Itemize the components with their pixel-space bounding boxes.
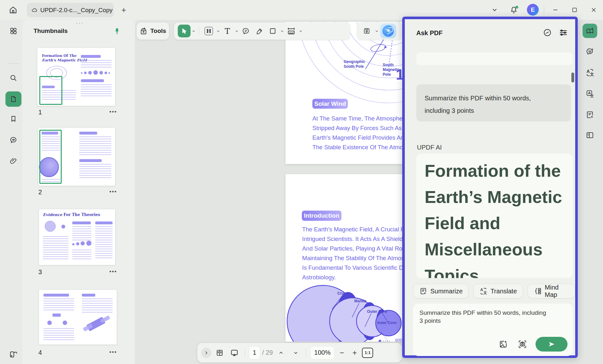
insert-image-button[interactable] [498,339,509,350]
bookmarks-button[interactable] [5,111,21,127]
mind-map-button[interactable]: Mind Map [528,284,575,298]
ai-heading-line: Topics [425,262,564,278]
thumb3-art [45,221,56,232]
toolbar-divider [199,27,199,35]
ai-heading-line: Formation of the [425,158,564,184]
close-button[interactable] [588,4,599,15]
introduction-paragraph: The Earth's Magnetic Field, A Crucial Fe… [302,225,403,282]
ai-swirl-icon [382,25,394,37]
thumbnails-title: Thumbnails [34,27,68,35]
actual-size-button[interactable]: 1:1 [362,348,373,358]
pdf-page-bottom[interactable]: Introduction The Earth's Magnetic Field,… [286,174,403,342]
ai-settings-button[interactable] [558,27,569,38]
ai-heading-line: Miscellaneous [425,236,564,262]
text-tool-dropdown[interactable] [234,25,239,37]
svg-text:A: A [587,68,590,74]
thumb3-dot [76,242,79,245]
updf-ai-button[interactable] [380,24,396,38]
thumbnail-page-3[interactable]: Evidence For The Theories [39,209,115,265]
pin-panel-button[interactable] [111,26,123,37]
current-page-input[interactable]: 1 [249,346,260,360]
thumbnail-page-4[interactable] [39,290,117,345]
page-2-menu[interactable]: ••• [109,189,117,195]
save-dropdown[interactable] [374,25,379,37]
send-button[interactable] [536,337,568,352]
summarize-button[interactable]: Summarize [413,284,469,298]
translate-document-button[interactable]: A文 [583,86,597,101]
side-panel-button[interactable] [583,128,597,142]
cursor-icon [181,27,188,35]
highlighter-icon [255,27,263,35]
chat-input[interactable]: Summarize this PDF within 50 words, incl… [413,304,573,356]
select-tool-dropdown[interactable] [191,25,196,37]
zoom-out-button[interactable]: − [336,348,347,357]
history-button[interactable] [542,27,553,38]
user-message-line1: Summarize this PDF within 50 words, [425,92,563,105]
tools-button[interactable]: Tools [137,22,169,40]
screenshot-button[interactable] [517,339,528,350]
comments-button[interactable] [5,132,21,148]
previous-page-button[interactable] [275,346,287,359]
home-icon [9,5,18,14]
search-button[interactable] [5,70,21,86]
expand-bar-button[interactable] [201,348,211,358]
presentation-mode-button[interactable] [228,346,241,359]
pdf-page-top[interactable]: GeographicSouth Pole SouthMagneticPole 1… [286,22,403,164]
page-3-menu[interactable]: ••• [109,268,117,275]
viewport-indicator[interactable] [39,76,62,105]
grid-view-button[interactable] [5,23,21,39]
thumbnail-page-1[interactable]: Formation Of TheEarth's Magnetic Field [37,48,115,106]
mind-map-label: Mind Map [545,284,569,298]
avatar[interactable]: E [527,4,539,16]
thumb3-textlines [72,250,91,260]
notifications-button[interactable] [508,4,519,15]
zoom-level-input[interactable]: 100% [310,346,334,360]
thumb1-textlines [81,84,112,98]
measure-tool-button[interactable] [285,25,298,37]
book-sparkle-icon [585,27,594,35]
thumb1-dot [93,70,98,75]
shape-tool-button[interactable] [266,25,279,37]
heading-tool-button[interactable]: H [202,25,215,37]
document-tab[interactable]: UPDF-2.0-c..._Copy_Copy [27,3,114,17]
label-crust: Crust [337,291,347,296]
select-tool-button[interactable] [178,25,191,37]
summarize-document-button[interactable] [583,107,597,122]
attachments-button[interactable] [5,153,21,169]
chat-scrollbar[interactable] [571,73,574,82]
highlighter-tool-button[interactable] [253,25,266,37]
translate-button[interactable]: A文 Translate [473,284,523,298]
minimize-button[interactable] [550,4,561,15]
ai-response-card[interactable]: Formation of the Earth’s Magnetic Field … [416,154,573,278]
translate-page-button[interactable]: A文 [583,65,597,80]
thumbnails-panel-button[interactable] [5,91,21,107]
next-page-button[interactable] [289,346,302,359]
zoom-in-button[interactable]: + [349,348,360,357]
solar-wind-paragraph: At The Same Time, The Atmosphere Will Al… [312,114,403,152]
thumb1-chip [81,79,104,82]
heading-tool-dropdown[interactable] [216,25,220,37]
page-1-menu[interactable]: ••• [109,109,117,115]
label-geographic-south-pole: GeographicSouth Pole [344,59,365,69]
comment-tool-button[interactable] [239,25,252,37]
save-button[interactable] [360,25,373,37]
panel-drag-handle[interactable]: ··· [74,20,86,26]
text-tool-button[interactable]: T [221,25,234,37]
viewport-indicator[interactable] [39,130,62,184]
page-4-menu[interactable]: ••• [109,349,117,355]
translate-icon: A文 [479,287,488,295]
bottombar-divider [306,349,306,357]
thumbnail-page-2[interactable] [38,128,115,186]
shape-tool-dropdown[interactable] [280,25,284,37]
new-tab-button[interactable]: + [119,5,129,15]
thumb1-chip [81,55,101,58]
maximize-button[interactable] [569,4,580,15]
measure-tool-dropdown[interactable] [298,25,303,37]
ai-chat-button[interactable] [583,44,597,58]
collapse-toolbar-button[interactable] [489,4,500,15]
home-button[interactable] [7,4,19,16]
bookmark-icon [10,115,17,123]
ask-pdf-tab-button[interactable] [583,24,597,38]
theme-switcher-button[interactable] [5,346,21,362]
reading-mode-button[interactable] [213,346,226,359]
